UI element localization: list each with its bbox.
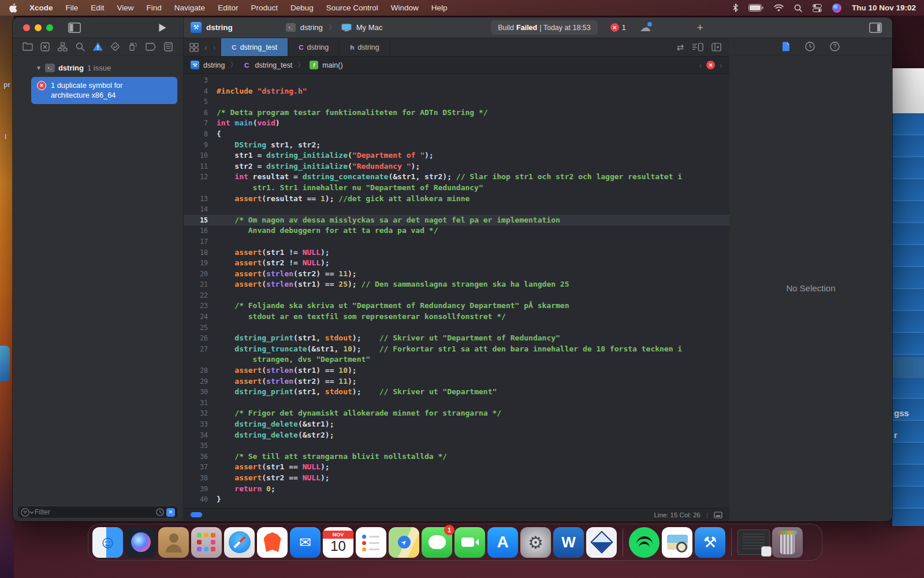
menu-edit[interactable]: Edit [84, 3, 110, 12]
trash-dock-icon[interactable] [772, 527, 803, 558]
filter-field[interactable]: ✕ [17, 506, 178, 518]
vbox-dock-icon[interactable] [586, 527, 617, 558]
breakpoint-navigator-icon[interactable] [144, 40, 158, 54]
error-count-badge[interactable]: ✕ 1 [610, 23, 626, 32]
thumb-dock-icon[interactable] [737, 529, 770, 555]
run-button[interactable] [158, 23, 167, 32]
menu-window[interactable]: Window [385, 3, 425, 12]
launchpad-dock-icon[interactable] [191, 527, 222, 558]
project-navigator-icon[interactable] [21, 40, 35, 54]
code-line[interactable]: 16 Anvand debuggern for att ta reda pa v… [184, 225, 729, 236]
settings-dock-icon[interactable]: ⚙ [520, 527, 551, 558]
xcode-dock-icon[interactable]: ⚒ [695, 527, 725, 558]
safari-dock-icon[interactable] [224, 527, 255, 558]
contacts-dock-icon[interactable] [158, 527, 189, 558]
menu-source-control[interactable]: Source Control [320, 3, 385, 12]
spotlight-search-icon[interactable] [794, 4, 802, 12]
code-line[interactable]: 26 dstring_print(str1, stdout); // Skriv… [184, 333, 729, 344]
code-line[interactable]: 25 [184, 323, 729, 334]
code-line[interactable]: 14 [184, 204, 729, 215]
code-line[interactable]: 30 dstring_print(str1, stdout); // Skriv… [184, 387, 729, 398]
code-line[interactable]: 22 [184, 290, 729, 301]
scheme-destination[interactable]: My Mac [356, 23, 383, 32]
background-window[interactable]: gss r [892, 68, 924, 526]
swap-editors-icon[interactable]: ⇄ [676, 42, 684, 53]
close-window-button[interactable] [23, 24, 30, 31]
word-dock-icon[interactable]: W [553, 527, 584, 558]
code-line[interactable]: 32 /* Frigor det dynamiskt allokerade mi… [184, 408, 729, 419]
code-line[interactable]: 11 str2 = dstring_initialize("Redundancy… [184, 161, 729, 172]
code-line[interactable]: 40} [184, 494, 729, 505]
spotify-dock-icon[interactable] [629, 527, 660, 558]
report-navigator-icon[interactable] [161, 40, 175, 54]
source-code-editor[interactable]: 34#include "dstring.h"56/* Detta program… [184, 74, 729, 508]
inspector-toggle-icon[interactable] [869, 23, 882, 33]
breadcrumb-file[interactable]: dstring_test [255, 61, 293, 69]
debug-navigator-icon[interactable] [126, 40, 140, 54]
menu-debug[interactable]: Debug [284, 3, 320, 12]
issue-navigator-icon-selected[interactable] [91, 40, 105, 54]
menu-editor[interactable]: Editor [211, 3, 244, 12]
scheme-target[interactable]: dstring [300, 23, 323, 32]
tab-dstring_test[interactable]: Cdstring_test [221, 38, 288, 56]
code-line[interactable]: 3 [184, 75, 729, 86]
code-line[interactable]: 18 assert(str1 != NULL); [184, 247, 729, 258]
maps-dock-icon[interactable] [389, 527, 419, 558]
history-inspector-icon[interactable] [805, 42, 815, 51]
quick-help-inspector-icon[interactable]: ? [830, 42, 840, 51]
menu-xcode[interactable]: Xcode [23, 3, 59, 12]
window-titlebar[interactable]: ⚒ dstring ›_ dstring 〉 My Mac BuildFaile… [13, 17, 892, 38]
control-center-icon[interactable] [813, 4, 822, 12]
code-line[interactable]: 21 assert(strlen(str1) == 25); // Den sa… [184, 279, 729, 290]
code-line[interactable]: 39 return 0; [184, 484, 729, 495]
code-line[interactable]: 19 assert(str2 != NULL); [184, 258, 729, 269]
back-navigation-chevron[interactable]: ‹ [204, 43, 207, 52]
code-line[interactable]: 10 str1 = dstring_initialize("Department… [184, 150, 729, 161]
brave-dock-icon[interactable] [257, 527, 288, 558]
breadcrumb-project[interactable]: dstring [203, 61, 225, 69]
messages-dock-icon[interactable]: 1 [422, 527, 452, 558]
navigator-toggle-icon[interactable] [68, 23, 81, 33]
add-editor-plus-button[interactable]: + [697, 21, 703, 34]
code-line[interactable]: 6/* Detta program testar funktionalitete… [184, 108, 729, 118]
apple-menu-icon[interactable] [9, 3, 17, 13]
facetime-dock-icon[interactable] [454, 527, 485, 558]
code-line-current[interactable]: 15 /* Om nagon av dessa misslyckas sa ar… [184, 215, 729, 226]
code-line[interactable]: 5 [184, 97, 729, 108]
symbol-navigator-icon[interactable] [56, 40, 70, 54]
tab-overview-grid-icon[interactable] [189, 43, 199, 52]
code-line[interactable]: 17 [184, 236, 729, 247]
code-line[interactable]: 13 assert(resultat == 1); //det gick att… [184, 194, 729, 205]
code-line[interactable]: 34 dstring_delete(&str2); [184, 430, 729, 441]
code-line[interactable]: 4#include "dstring.h" [184, 86, 729, 97]
previous-issue-chevron[interactable]: ‹ [699, 61, 702, 70]
filter-input[interactable] [35, 508, 156, 516]
code-line[interactable]: 36 /* Se till att strangarna blivit noll… [184, 451, 729, 462]
code-line[interactable]: 35 [184, 440, 729, 451]
code-line[interactable]: 7int main(void) [184, 118, 729, 129]
filter-funnel-icon[interactable] [21, 508, 35, 517]
horizontal-scrollbar-thumb[interactable] [191, 512, 202, 517]
menu-product[interactable]: Product [244, 3, 284, 12]
menu-file[interactable]: File [59, 3, 85, 12]
forward-navigation-chevron[interactable]: › [213, 43, 216, 52]
code-line[interactable]: strangen, dvs "Department" [184, 354, 729, 365]
test-navigator-icon[interactable] [109, 40, 122, 54]
disclosure-chevron-icon[interactable]: ▼ [36, 65, 42, 71]
breadcrumb-symbol[interactable]: main() [322, 61, 342, 69]
mail-dock-icon[interactable]: ✉ [290, 527, 321, 558]
code-line[interactable]: 28 assert(strlen(str1) == 10); [184, 365, 729, 376]
wifi-icon[interactable] [774, 4, 784, 12]
code-line[interactable]: 9 DString str1, str2; [184, 140, 729, 151]
reminders-dock-icon[interactable] [356, 527, 386, 558]
code-line[interactable]: 37 assert(str1 == NULL); [184, 462, 729, 473]
appstore-dock-icon[interactable]: A [487, 527, 518, 558]
code-line[interactable]: 24 stdout ar en textfil som representera… [184, 312, 729, 323]
code-line[interactable]: 20 assert(strlen(str2) == 11); [184, 269, 729, 280]
code-line[interactable]: 12 int resultat = dstring_concatenate(&s… [184, 172, 729, 183]
code-line[interactable]: 33 dstring_delete(&str1); [184, 419, 729, 430]
recent-filter-clock-icon[interactable] [156, 508, 164, 516]
finder-dock-icon[interactable]: ☺ [92, 527, 123, 558]
minimize-window-button[interactable] [35, 24, 42, 31]
menu-bar-clock[interactable]: Thu 10 Nov 19:02 [852, 3, 916, 12]
